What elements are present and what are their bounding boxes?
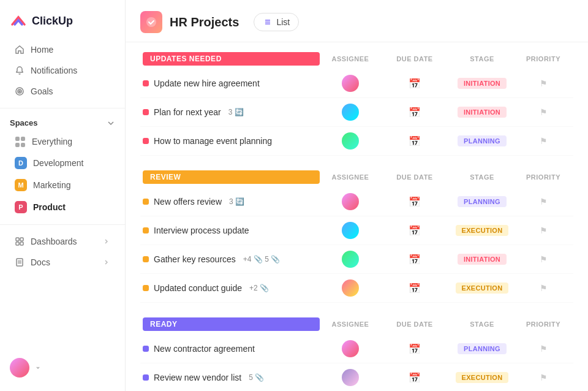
task-name: Plan for next year 3 🔄 [143, 107, 320, 117]
divider-2 [0, 224, 125, 225]
svg-point-2 [19, 91, 20, 92]
priority-cell: ⚑ [516, 197, 571, 207]
view-button[interactable]: List [254, 13, 299, 31]
priority-cell: ⚑ [516, 107, 571, 117]
sidebar-item-marketing[interactable]: M Marketing [5, 175, 120, 196]
group-ready-header: READY ASSIGNEE DUE DATE STAGE PRIORITY [140, 317, 573, 331]
task-dot-yellow [143, 199, 149, 205]
due-date-cell: 📅 [381, 225, 448, 237]
project-icon [140, 11, 162, 33]
table-row[interactable]: Plan for next year 3 🔄 📅 INITIATION ⚑ [140, 98, 573, 127]
nav-home-label: Home [31, 45, 53, 55]
sidebar-item-marketing-label: Marketing [33, 180, 70, 190]
col-assignee-3: ASSIGNEE [320, 321, 381, 328]
main-content: HR Projects List UPDATES NEEDED ASSIGNEE… [126, 0, 588, 391]
sidebar-item-product-label: Product [33, 202, 66, 212]
stage-cell: EXECUTION [448, 283, 516, 294]
sidebar-item-product[interactable]: P Product [5, 197, 120, 218]
nav-notifications-label: Notifications [31, 66, 77, 75]
sidebar-user-area[interactable] [0, 352, 125, 384]
table-row[interactable]: Updated conduct guide +2 📎 📅 EXECUTION ⚑ [140, 274, 573, 303]
priority-cell: ⚑ [516, 344, 571, 354]
clickup-logo-icon [10, 12, 27, 29]
col-assignee-2: ASSIGNEE [320, 173, 381, 181]
priority-cell: ⚑ [516, 373, 571, 382]
chevron-right-icon [103, 238, 110, 245]
stage-cell: INITIATION [448, 107, 516, 118]
due-date-cell: 📅 [381, 283, 448, 294]
avatar [342, 222, 359, 239]
nav-home[interactable]: Home [5, 40, 120, 59]
sidebar-item-everything[interactable]: Everything [5, 132, 120, 151]
table-row[interactable]: Update new hire agreement 📅 INITIATION ⚑ [140, 69, 573, 98]
sidebar-item-development[interactable]: D Development [5, 153, 120, 173]
task-extra: 5 📎 [249, 373, 264, 382]
stage-badge: INITIATION [458, 78, 507, 89]
col-due-1: DUE DATE [381, 55, 448, 63]
priority-cell: ⚑ [516, 78, 571, 88]
due-date-cell: 📅 [381, 107, 448, 118]
user-avatar [10, 358, 29, 378]
due-date-cell: 📅 [381, 254, 448, 265]
dashboards-label: Dashboards [31, 237, 77, 246]
assignee-cell [320, 251, 381, 268]
flag-icon: ⚑ [540, 373, 548, 382]
calendar-icon: 📅 [409, 196, 421, 208]
stage-badge: EXECUTION [456, 283, 509, 294]
spaces-header[interactable]: Spaces [0, 115, 125, 131]
task-badge: 3 🔄 [228, 108, 244, 116]
docs-label: Docs [31, 257, 50, 267]
calendar-icon: 📅 [409, 225, 421, 237]
stage-cell: PLANNING [448, 196, 516, 207]
calendar-icon: 📅 [409, 343, 421, 355]
assignee-cell [320, 340, 381, 357]
task-badge: 3 🔄 [229, 197, 244, 206]
logo: ClickUp [0, 7, 125, 39]
spaces-label: Spaces [10, 118, 38, 127]
updates-needed-label: UPDATES NEEDED [143, 52, 320, 66]
development-icon: D [15, 157, 27, 169]
avatar [342, 369, 359, 386]
table-row[interactable]: How to manage event planning 📅 PLANNING … [140, 127, 573, 156]
task-dot-yellow [143, 256, 149, 262]
calendar-icon: 📅 [409, 107, 421, 118]
project-icon-svg [145, 15, 158, 29]
calendar-icon: 📅 [409, 78, 421, 89]
due-date-cell: 📅 [381, 372, 448, 384]
assignee-cell [320, 279, 381, 297]
stage-badge: INITIATION [458, 107, 507, 118]
project-title: HR Projects [170, 15, 239, 29]
nav-notifications[interactable]: Notifications [5, 61, 120, 80]
due-date-cell: 📅 [381, 196, 448, 208]
task-name: New offers review 3 🔄 [143, 197, 320, 207]
table-row[interactable]: New offers review 3 🔄 📅 PLANNING ⚑ [140, 188, 573, 216]
table-row[interactable]: Review new vendor list 5 📎 📅 EXECUTION ⚑ [140, 363, 573, 391]
task-name: Update new hire agreement [143, 78, 320, 88]
table-row[interactable]: Gather key resources +4 📎 5 📎 📅 INITIATI… [140, 245, 573, 274]
stage-badge: INITIATION [458, 254, 507, 265]
nav-docs[interactable]: Docs [5, 252, 120, 272]
stage-cell: INITIATION [448, 78, 516, 89]
flag-icon: ⚑ [540, 107, 548, 117]
priority-cell: ⚑ [516, 254, 571, 264]
assignee-cell [320, 75, 381, 92]
group-review: REVIEW ASSIGNEE DUE DATE STAGE PRIORITY … [140, 170, 573, 303]
task-dot-red [143, 138, 149, 144]
nav-dashboards[interactable]: Dashboards [5, 232, 120, 251]
flag-icon: ⚑ [540, 344, 548, 354]
home-icon [15, 45, 24, 55]
group-updates-needed: UPDATES NEEDED ASSIGNEE DUE DATE STAGE P… [140, 52, 573, 156]
sidebar-item-development-label: Development [33, 158, 84, 168]
task-extra: +4 📎 5 📎 [243, 255, 280, 264]
task-dot-purple [143, 374, 149, 381]
dashboard-icon [15, 237, 24, 246]
avatar [342, 251, 359, 268]
col-due-3: DUE DATE [381, 321, 448, 328]
table-row[interactable]: New contractor agreement 📅 PLANNING ⚑ [140, 335, 573, 363]
stage-badge: EXECUTION [456, 225, 509, 236]
nav-goals[interactable]: Goals [5, 82, 120, 101]
calendar-icon: 📅 [409, 135, 421, 147]
sidebar-item-everything-label: Everything [32, 137, 72, 146]
table-row[interactable]: Interview process update 📅 EXECUTION ⚑ [140, 216, 573, 245]
svg-rect-6 [20, 242, 23, 245]
